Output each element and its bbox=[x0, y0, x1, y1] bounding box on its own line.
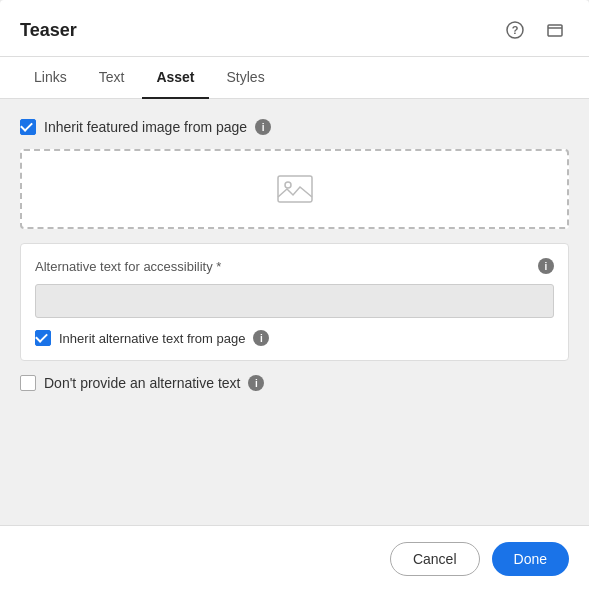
dont-provide-checkbox-wrapper[interactable] bbox=[20, 375, 36, 391]
help-icon: ? bbox=[506, 21, 524, 39]
header-icons: ? bbox=[501, 16, 569, 44]
dont-provide-label: Don't provide an alternative text bbox=[44, 375, 240, 391]
help-button[interactable]: ? bbox=[501, 16, 529, 44]
alt-text-info-icon: i bbox=[538, 258, 554, 274]
expand-icon bbox=[546, 21, 564, 39]
inherit-featured-info-icon: i bbox=[255, 119, 271, 135]
alt-text-header: Alternative text for accessibility * i bbox=[35, 258, 554, 274]
svg-rect-2 bbox=[548, 25, 562, 36]
tab-asset[interactable]: Asset bbox=[142, 57, 208, 99]
inherit-featured-row: Inherit featured image from page i bbox=[20, 119, 569, 135]
inherit-alt-row: Inherit alternative text from page i bbox=[35, 330, 554, 346]
expand-button[interactable] bbox=[541, 16, 569, 44]
dialog-footer: Cancel Done bbox=[0, 525, 589, 592]
inherit-alt-checkbox[interactable] bbox=[35, 330, 51, 346]
tab-links[interactable]: Links bbox=[20, 57, 81, 99]
alt-text-input[interactable] bbox=[35, 284, 554, 318]
teaser-dialog: Teaser ? Links Text Asset Styles bbox=[0, 0, 589, 592]
dialog-header: Teaser ? bbox=[0, 0, 589, 57]
alt-text-label: Alternative text for accessibility * bbox=[35, 259, 221, 274]
inherit-featured-label: Inherit featured image from page bbox=[44, 119, 247, 135]
tab-bar: Links Text Asset Styles bbox=[0, 57, 589, 99]
tab-text[interactable]: Text bbox=[85, 57, 139, 99]
dont-provide-checkbox[interactable] bbox=[20, 375, 36, 391]
alt-text-section: Alternative text for accessibility * i I… bbox=[20, 243, 569, 361]
inherit-alt-info-icon: i bbox=[253, 330, 269, 346]
image-drop-zone[interactable] bbox=[20, 149, 569, 229]
inherit-alt-label: Inherit alternative text from page bbox=[59, 331, 245, 346]
done-button[interactable]: Done bbox=[492, 542, 569, 576]
inherit-featured-checkbox[interactable] bbox=[20, 119, 36, 135]
svg-text:?: ? bbox=[512, 24, 519, 36]
dont-provide-row: Don't provide an alternative text i bbox=[20, 375, 569, 391]
svg-rect-4 bbox=[278, 176, 312, 202]
svg-point-5 bbox=[285, 182, 291, 188]
image-placeholder-icon bbox=[277, 175, 313, 203]
cancel-button[interactable]: Cancel bbox=[390, 542, 480, 576]
inherit-featured-checkbox-wrapper[interactable] bbox=[20, 119, 36, 135]
inherit-alt-checkbox-wrapper[interactable] bbox=[35, 330, 51, 346]
dialog-title: Teaser bbox=[20, 20, 77, 41]
dialog-body: Inherit featured image from page i Alter… bbox=[0, 99, 589, 525]
dont-provide-info-icon: i bbox=[248, 375, 264, 391]
tab-styles[interactable]: Styles bbox=[213, 57, 279, 99]
